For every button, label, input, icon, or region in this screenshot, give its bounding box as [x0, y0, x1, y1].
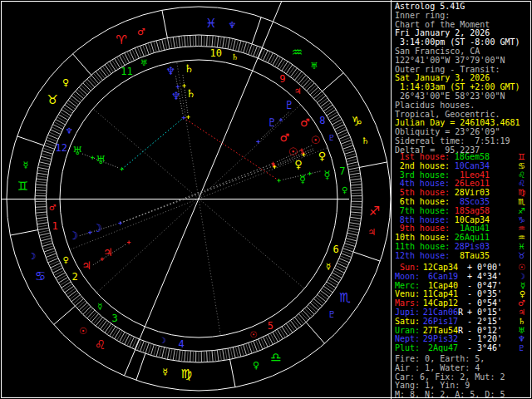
degree-tick: [57, 117, 66, 123]
degree-tick: [308, 85, 316, 92]
degree-tick: [37, 220, 47, 222]
degree-tick: [325, 284, 334, 290]
degree-tick: [318, 294, 326, 301]
degree-tick: [316, 94, 324, 101]
degree-tick: [90, 312, 97, 320]
degree-tick: [348, 168, 359, 170]
degree-tick: [238, 346, 240, 357]
degree-tick: [112, 328, 118, 337]
degree-tick: [70, 98, 78, 105]
degree-tick: [323, 286, 332, 292]
house-cusp-line: [70, 199, 199, 249]
degree-tick: [85, 308, 92, 316]
pisces-sign-icon: ♓: [205, 16, 216, 31]
degree-tick: [76, 91, 84, 99]
house-number: 1: [52, 220, 58, 232]
degree-tick: [59, 278, 68, 283]
degree-tick: [190, 36, 191, 47]
degree-tick: [107, 325, 113, 334]
degree-tick: [165, 347, 167, 358]
degree-tick: [310, 87, 318, 95]
degree-tick: [101, 321, 107, 329]
degree-tick: [187, 36, 188, 47]
degree-tick: [37, 176, 47, 178]
aspect-line: [184, 118, 279, 181]
aspect-line: [122, 118, 184, 170]
degree-tick: [154, 42, 157, 52]
transit-planet-icon: ♃: [81, 259, 91, 272]
degree-tick: [56, 273, 65, 278]
degree-tick: [321, 290, 329, 297]
natal-planet-icon: ☽: [92, 222, 102, 234]
degree-tick: [77, 90, 86, 97]
degree-tick: [181, 37, 182, 47]
degree-tick: [90, 77, 97, 86]
degree-tick: [41, 156, 52, 159]
degree-tick: [343, 145, 353, 149]
degree-tick: [96, 318, 102, 326]
degree-tick: [65, 286, 74, 292]
degree-tick: [279, 60, 285, 69]
degree-tick: [209, 36, 210, 47]
degree-tick: [77, 301, 86, 308]
degree-tick: [332, 120, 341, 125]
degree-tick: [328, 279, 337, 285]
planet-row: Satu:26Pis17 - 2°15'♄: [393, 318, 529, 327]
natal-planet-icon: ♇: [267, 116, 277, 129]
degree-tick: [207, 36, 208, 47]
degree-tick: [244, 42, 247, 52]
retrograde-flag: [458, 273, 464, 282]
degree-tick: [43, 246, 53, 249]
degree-tick: [151, 344, 155, 354]
degree-tick: [323, 105, 332, 111]
degree-tick: [344, 148, 354, 151]
house-ruler-icon: ♀: [342, 185, 347, 195]
degree-tick: [228, 348, 229, 359]
planet-row: Moon:6Can19 + 4°34'☽: [393, 273, 529, 282]
degree-tick: [225, 37, 227, 48]
degree-tick: [316, 297, 324, 303]
natal-planet-icon: ♂: [280, 131, 290, 144]
degree-tick: [120, 56, 125, 65]
degree-tick: [347, 235, 357, 238]
virgo-sign-icon: ♍: [180, 367, 191, 382]
degree-tick: [68, 290, 76, 297]
tally-line: Air : 1, Water: 4: [395, 364, 505, 373]
info-panel: Astrolog 5.41GInner ring:Chart of the Mo…: [391, 0, 532, 399]
aquarius-ruler-icon: ♅: [310, 61, 318, 71]
house-ruler-icon: ♅: [140, 58, 148, 67]
degree-tick: [148, 43, 151, 53]
degree-tick: [173, 37, 175, 48]
transit-planet-icon: ☽: [68, 229, 78, 242]
house-ruler-icon: ☽: [159, 336, 166, 345]
degree-tick: [351, 187, 362, 188]
degree-tick: [156, 346, 159, 357]
transit-planet-icon: ♆: [165, 65, 175, 77]
degree-tick: [81, 304, 89, 312]
degree-tick: [96, 71, 102, 80]
house-number: 11: [121, 66, 132, 77]
transit-planet-icon: ☿: [323, 169, 330, 181]
degree-tick: [103, 66, 110, 76]
degree-tick: [273, 56, 278, 65]
degree-tick: [185, 36, 185, 47]
degree-tick: [351, 185, 362, 185]
degree-tick: [331, 275, 340, 281]
header-line: Placidus houses.: [395, 101, 520, 111]
planet-list: Sun:12Cap34 + 0°00'☉Moon:6Can19 + 4°34'☽…: [393, 264, 529, 353]
degree-tick: [230, 39, 233, 50]
element-tally: Fire: 0, Earth: 5,Air : 1, Water: 4Car: …: [395, 355, 505, 399]
degree-tick: [36, 185, 47, 185]
degree-tick: [304, 81, 312, 89]
degree-tick: [36, 187, 47, 188]
planet-label: Moon:: [393, 273, 420, 282]
degree-tick: [115, 59, 121, 68]
degree-tick: [249, 44, 252, 54]
planet-daily-motion: + 4°34': [467, 273, 502, 282]
degree-tick: [344, 244, 354, 247]
degree-tick: [318, 96, 326, 102]
planet-position-value: 2Aqu47: [420, 344, 458, 353]
degree-tick: [36, 209, 47, 210]
degree-tick: [40, 233, 51, 235]
degree-tick: [349, 225, 360, 227]
